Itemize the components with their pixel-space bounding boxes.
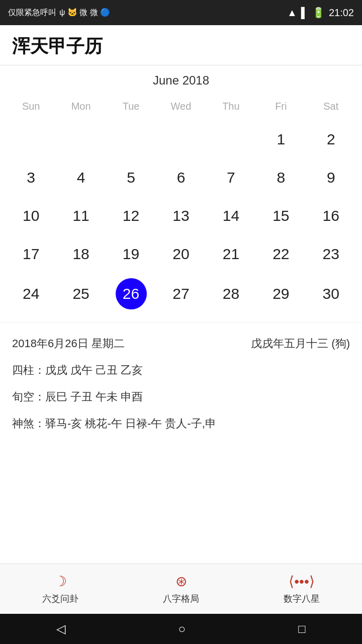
calendar-day bbox=[6, 120, 56, 158]
detail-row-2: 四柱：戊戌 戊午 己丑 乙亥 bbox=[12, 362, 350, 378]
calendar-week-row: 24252627282930 bbox=[6, 273, 356, 314]
calendar-day[interactable]: 8 bbox=[256, 158, 306, 197]
calendar-day bbox=[106, 120, 156, 158]
status-right: ▲ ▌ 🔋 21:02 bbox=[287, 7, 354, 19]
calendar-day[interactable]: 2 bbox=[306, 120, 356, 158]
calendar-day[interactable]: 6 bbox=[156, 158, 206, 197]
calendar-day[interactable]: 16 bbox=[306, 197, 356, 235]
calendar-day[interactable]: 9 bbox=[306, 158, 356, 197]
calendar-day[interactable]: 18 bbox=[56, 235, 106, 273]
recent-button[interactable]: □ bbox=[298, 622, 306, 636]
calendar-day[interactable]: 13 bbox=[156, 197, 206, 235]
signal-icon: ▌ bbox=[301, 7, 308, 19]
calendar-day[interactable]: 20 bbox=[156, 235, 206, 273]
calendar-month: June 2018 bbox=[6, 73, 356, 88]
status-bar: 仅限紧急呼叫 ψ 🐱 微 微 🔵 ▲ ▌ 🔋 21:02 bbox=[0, 0, 362, 25]
calendar-day[interactable]: 17 bbox=[6, 235, 56, 273]
weekday-thu: Thu bbox=[206, 97, 256, 120]
calendar-week-row: 3456789 bbox=[6, 158, 356, 197]
calendar-day[interactable]: 26 bbox=[106, 273, 156, 314]
nav-label-shuzi: 数字八星 bbox=[284, 593, 320, 605]
calendar-day bbox=[206, 120, 256, 158]
detail-row-1: 2018年6月26日 星期二 戊戌年五月十三 (狗) bbox=[12, 335, 350, 352]
status-left: 仅限紧急呼叫 ψ 🐱 微 微 🔵 bbox=[8, 8, 110, 18]
wifi-icon: ▲ bbox=[287, 7, 297, 19]
detail-lunar-date: 戊戌年五月十三 (狗) bbox=[251, 335, 350, 352]
calendar-day[interactable]: 25 bbox=[56, 273, 106, 314]
detail-section: 2018年6月26日 星期二 戊戌年五月十三 (狗) 四柱：戊戌 戊午 己丑 乙… bbox=[0, 323, 362, 432]
calendar-day[interactable]: 10 bbox=[6, 197, 56, 235]
app-title: 浑天甲子历 bbox=[0, 25, 362, 65]
status-emergency: 仅限紧急呼叫 bbox=[8, 8, 56, 18]
calendar-day[interactable]: 1 bbox=[256, 120, 306, 158]
calendar-day[interactable]: 19 bbox=[106, 235, 156, 273]
calendar-day[interactable]: 14 bbox=[206, 197, 256, 235]
weekday-tue: Tue bbox=[106, 97, 156, 120]
calendar-day[interactable]: 29 bbox=[256, 273, 306, 314]
calendar-day[interactable]: 22 bbox=[256, 235, 306, 273]
moon-icon: ☽ bbox=[54, 573, 67, 590]
detail-row-4: 神煞：驿马-亥 桃花-午 日禄-午 贵人-子,申 bbox=[12, 415, 350, 432]
weekday-sat: Sat bbox=[306, 97, 356, 120]
calendar-week-row: 10111213141516 bbox=[6, 197, 356, 235]
selected-day-circle: 26 bbox=[116, 278, 147, 309]
nav-item-liuyao[interactable]: ☽ 六爻问卦 bbox=[42, 573, 78, 605]
weekday-header-row: Sun Mon Tue Wed Thu Fri Sat bbox=[6, 97, 356, 120]
nav-label-bazi: 八字格局 bbox=[163, 593, 199, 605]
calendar-container: June 2018 Sun Mon Tue Wed Thu Fri Sat 12… bbox=[0, 65, 362, 314]
calendar-day[interactable]: 11 bbox=[56, 197, 106, 235]
nav-label-liuyao: 六爻问卦 bbox=[42, 593, 78, 605]
back-button[interactable]: ◁ bbox=[56, 622, 65, 636]
calendar-day bbox=[56, 120, 106, 158]
calendar-day[interactable]: 21 bbox=[206, 235, 256, 273]
fingerprint-icon: ⊛ bbox=[175, 573, 187, 590]
calendar-day[interactable]: 4 bbox=[56, 158, 106, 197]
time-display: 21:02 bbox=[329, 7, 354, 19]
weekday-mon: Mon bbox=[56, 97, 106, 120]
detail-date-cn: 2018年6月26日 星期二 bbox=[12, 335, 125, 352]
weekday-wed: Wed bbox=[156, 97, 206, 120]
bottom-nav: ☽ 六爻问卦 ⊛ 八字格局 ⟨•••⟩ 数字八星 bbox=[0, 564, 362, 614]
nav-item-bazi[interactable]: ⊛ 八字格局 bbox=[163, 573, 199, 605]
calendar-week-row: 12 bbox=[6, 120, 356, 158]
calendar-day[interactable]: 5 bbox=[106, 158, 156, 197]
calendar-day bbox=[156, 120, 206, 158]
calendar-day[interactable]: 12 bbox=[106, 197, 156, 235]
calendar-grid: Sun Mon Tue Wed Thu Fri Sat 123456789101… bbox=[6, 97, 356, 314]
code-icon: ⟨•••⟩ bbox=[289, 573, 314, 590]
status-icons: ψ 🐱 微 微 🔵 bbox=[59, 8, 110, 18]
home-button[interactable]: ○ bbox=[178, 622, 186, 636]
calendar-day[interactable]: 7 bbox=[206, 158, 256, 197]
android-nav-bar: ◁ ○ □ bbox=[0, 614, 362, 644]
calendar-day[interactable]: 3 bbox=[6, 158, 56, 197]
calendar-week-row: 17181920212223 bbox=[6, 235, 356, 273]
calendar-day[interactable]: 28 bbox=[206, 273, 256, 314]
calendar-day[interactable]: 23 bbox=[306, 235, 356, 273]
detail-row-3: 旬空：辰巳 子丑 午未 申酉 bbox=[12, 388, 350, 405]
calendar-day[interactable]: 27 bbox=[156, 273, 206, 314]
weekday-sun: Sun bbox=[6, 97, 56, 120]
calendar-day[interactable]: 24 bbox=[6, 273, 56, 314]
battery-icon: 🔋 bbox=[312, 7, 325, 19]
weekday-fri: Fri bbox=[256, 97, 306, 120]
nav-item-shuzi[interactable]: ⟨•••⟩ 数字八星 bbox=[284, 573, 320, 605]
calendar-day[interactable]: 30 bbox=[306, 273, 356, 314]
calendar-day[interactable]: 15 bbox=[256, 197, 306, 235]
